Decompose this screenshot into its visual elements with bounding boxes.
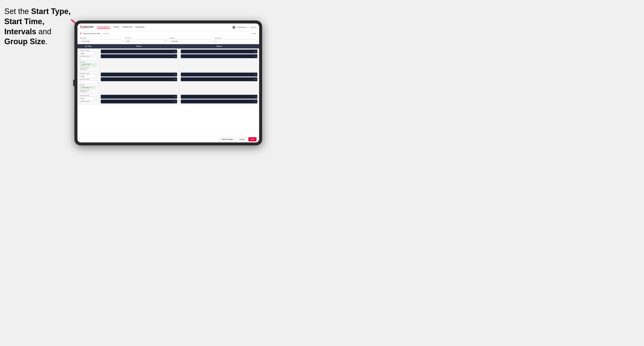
group1-course-expand[interactable]: ⌄ bbox=[94, 64, 96, 66]
group2-team1-row2[interactable]: ✕ ⊡ bbox=[101, 77, 177, 81]
group3-teams: ✕ ⊡ ✕ ⊡ ✕ ⊡ ✕ bbox=[99, 94, 259, 105]
group3-team1: ✕ ⊡ ✕ ⊡ bbox=[99, 94, 179, 105]
group2-team1-row1[interactable]: ✕ ⊡ bbox=[101, 73, 177, 76]
group1-team2-row1[interactable]: ✕ ⊡ bbox=[181, 49, 258, 53]
nav-avatar bbox=[232, 26, 236, 29]
group1-add-link[interactable]: + Add Group bbox=[79, 69, 97, 70]
breadcrumb-bar: C Clippd Invitational (Me) / Hosting ‹ B… bbox=[78, 31, 259, 36]
group1-team2: ✕ ⊡ ✕ ⊡ bbox=[179, 48, 259, 71]
group2-course-icon: 🏌 bbox=[80, 87, 82, 88]
instruction-line4-bold: Group Size bbox=[4, 37, 45, 46]
group2-hole-input[interactable]: 1 ⌄ bbox=[79, 80, 97, 84]
nav-right: blair@clippd.io | Sign out bbox=[232, 26, 256, 29]
group-row-2: STARTING TIME: 10:10 ⏱ STARTING HOLE: 1 … bbox=[78, 72, 259, 94]
group2-course-label: COURSE: bbox=[79, 84, 97, 86]
group3-team1-row1[interactable]: ✕ ⊡ bbox=[101, 95, 177, 99]
table-header: Tee Time Team 1 Team 2 bbox=[78, 44, 259, 48]
group1-teams: ✕ ⊡ ✕ ⊡ ✕ ⊡ ✕ bbox=[99, 48, 259, 71]
group2-start-time-input[interactable]: 10:10 ⏱ bbox=[79, 75, 97, 78]
save-button[interactable]: Save bbox=[248, 137, 256, 141]
instruction-line3-normal: and bbox=[36, 27, 51, 36]
group1-actions: ○ Remove Group + Add Group bbox=[79, 67, 97, 70]
group1-team1: ✕ ⊡ ✕ ⊡ bbox=[99, 48, 179, 71]
intervals-group: Intervals 10 Minutes ⌄ bbox=[169, 37, 212, 43]
instruction-line2: Start Time, bbox=[4, 17, 44, 26]
nav-tournaments[interactable]: TOURNAMENTS bbox=[97, 26, 110, 29]
nav-rankings[interactable]: RANKINGS bbox=[136, 26, 144, 29]
start-time-select[interactable]: 10:00 ⏱ bbox=[125, 39, 167, 43]
th-team1: Team 1 bbox=[99, 44, 179, 48]
intervals-select[interactable]: 10 Minutes ⌄ bbox=[169, 39, 212, 43]
group-size-chevron: ⌄ bbox=[254, 40, 255, 42]
group3-team2: ✕ ⊡ ✕ ⊡ bbox=[179, 94, 259, 105]
group2-teams: ✕ ⊡ ✕ ⊡ ✕ ⊡ ✕ bbox=[99, 72, 259, 94]
group-row-1: STARTING TIME: 10:00 ⏱ STARTING HOLE: 1 … bbox=[78, 48, 259, 72]
group1-hole-input[interactable]: 1 ⌄ bbox=[79, 57, 97, 61]
intervals-chevron: ⌄ bbox=[209, 40, 210, 42]
brand: SCOREBOARD Powered by clipp.io bbox=[80, 25, 94, 29]
breadcrumb: C Clippd Invitational (Me) / Hosting bbox=[80, 32, 109, 35]
nav-teams[interactable]: TEAMS bbox=[113, 26, 119, 29]
group2-remove-link[interactable]: ○ Remove Group bbox=[79, 89, 97, 91]
cancel-button[interactable]: Cancel bbox=[237, 137, 247, 141]
group2-team2-row1[interactable]: ✕ ⊡ bbox=[181, 73, 258, 76]
th-team2: Team 2 bbox=[179, 44, 259, 48]
group2-course-expand[interactable]: ⌄ bbox=[93, 87, 94, 88]
back-arrow: ‹ bbox=[252, 32, 252, 34]
group1-team1-row1[interactable]: ✕ ⊡ bbox=[101, 49, 177, 53]
controls-row: Start Type 1st Tee Start ⌄ Start Time 10… bbox=[78, 36, 259, 44]
start-time-label: Start Time bbox=[125, 37, 167, 39]
group3-team2-row2[interactable]: ✕ ⊡ bbox=[181, 100, 258, 103]
start-type-select[interactable]: 1st Tee Start ⌄ bbox=[80, 39, 122, 43]
group3-start-time-input[interactable]: 10:20 ⏱ bbox=[79, 97, 97, 100]
breadcrumb-logo: C bbox=[80, 32, 82, 35]
group1-remove-link[interactable]: ○ Remove Group bbox=[79, 67, 97, 68]
sign-out-link[interactable]: Sign out bbox=[251, 26, 256, 28]
group1-start-time-input[interactable]: 10:00 ⏱ bbox=[79, 51, 97, 55]
group-size-label: Group Size bbox=[214, 37, 256, 39]
navbar: SCOREBOARD Powered by clipp.io TOURNAMEN… bbox=[78, 23, 259, 31]
breadcrumb-current: Hosting bbox=[103, 32, 109, 34]
start-type-chevron: ⌄ bbox=[120, 40, 121, 42]
instruction-text: Set the Start Type, Start Time, Interval… bbox=[4, 6, 71, 47]
group1-start-time-label: STARTING TIME: bbox=[79, 50, 97, 51]
intervals-value: 10 Minutes bbox=[171, 40, 178, 42]
group2-team2: ✕ ⊡ ✕ ⊡ bbox=[179, 72, 259, 94]
group2-team2-row2[interactable]: ✕ ⊡ bbox=[181, 77, 258, 81]
group2-team1: ✕ ⊡ ✕ ⊡ bbox=[99, 72, 179, 94]
group-size-select[interactable]: 3 ⌄ bbox=[214, 39, 256, 43]
back-button[interactable]: ‹ Back bbox=[252, 32, 256, 34]
back-label: Back bbox=[253, 32, 256, 34]
start-type-value: 1st Tee Start bbox=[82, 40, 90, 42]
nav-separator: | bbox=[249, 26, 249, 28]
group-size-group: Group Size 3 ⌄ bbox=[214, 37, 256, 43]
group1-course-row: ⛳ (A) Peachtree GC ✕ ⌄ bbox=[79, 63, 97, 67]
group3-team2-row1[interactable]: ✕ ⊡ bbox=[181, 95, 258, 99]
intervals-label: Intervals bbox=[169, 37, 212, 39]
group1-team2-row2[interactable]: ✕ ⊡ bbox=[181, 54, 258, 58]
reset-button[interactable]: Reset Changes bbox=[220, 137, 236, 141]
group2-course-row: 🏌 East Lake GC ✕ ⌄ bbox=[79, 86, 97, 89]
start-time-chevron: ⏱ bbox=[164, 40, 166, 42]
group3-hole-label: STARTING HOLE: bbox=[79, 101, 97, 102]
nav-committee[interactable]: COMMITTEE bbox=[122, 26, 132, 29]
group2-course-name: East Lake GC bbox=[83, 87, 90, 88]
start-type-label: Start Type bbox=[80, 37, 122, 39]
table-container: Tee Time Team 1 Team 2 STARTING TIME: 10… bbox=[78, 44, 259, 136]
group-row-3: STARTING TIME: 10:20 ⏱ STARTING HOLE: ✕ … bbox=[78, 94, 259, 105]
group1-course-tag[interactable]: ⛳ (A) Peachtree GC ✕ ⌄ bbox=[79, 63, 97, 67]
footer-bar: Reset Changes Cancel Save bbox=[78, 136, 259, 142]
group2-course-remove[interactable]: ✕ bbox=[91, 87, 92, 88]
user-email: blair@clippd.io bbox=[237, 26, 247, 28]
tablet-screen: SCOREBOARD Powered by clipp.io TOURNAMEN… bbox=[78, 23, 259, 142]
group1-left: STARTING TIME: 10:00 ⏱ STARTING HOLE: 1 … bbox=[78, 48, 99, 71]
breadcrumb-tournament[interactable]: Clippd Invitational (Me) bbox=[83, 32, 100, 34]
group1-course-name: (A) Peachtree GC bbox=[83, 64, 92, 66]
group1-team1-row2[interactable]: ✕ ⊡ bbox=[101, 54, 177, 58]
group1-course-icon: ⛳ bbox=[80, 64, 82, 66]
group3-team1-row2[interactable]: ✕ ⊡ bbox=[101, 100, 177, 103]
group2-course-tag[interactable]: 🏌 East Lake GC ✕ ⌄ bbox=[79, 86, 96, 89]
start-time-group: Start Time 10:00 ⏱ bbox=[125, 37, 167, 43]
group1-course-remove[interactable]: ✕ bbox=[92, 64, 94, 66]
group2-add-link[interactable]: + Add Group bbox=[79, 91, 97, 92]
